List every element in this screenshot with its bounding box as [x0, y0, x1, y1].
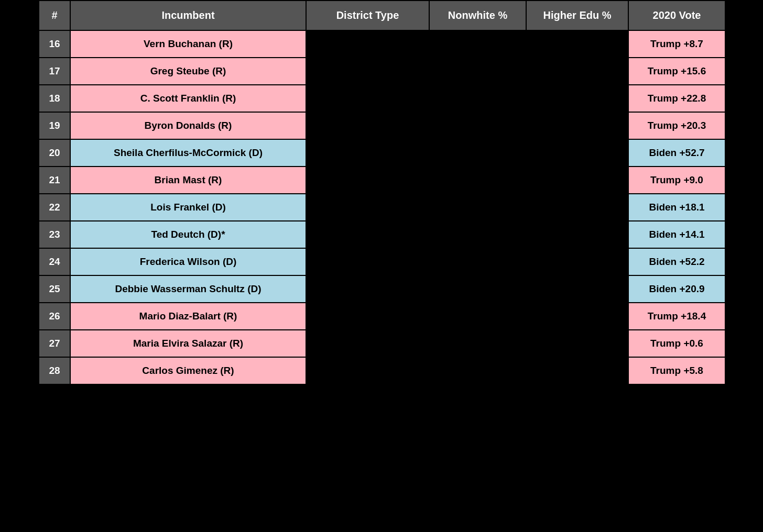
table-row: 26 Mario Diaz-Balart (R) Trump +18.4	[39, 303, 725, 330]
row-num: 27	[39, 330, 70, 357]
row-district-type	[306, 330, 429, 357]
row-num: 22	[39, 194, 70, 221]
row-nonwhite	[429, 30, 526, 58]
row-nonwhite	[429, 275, 526, 303]
row-nonwhite	[429, 357, 526, 384]
row-higher-edu	[526, 248, 628, 275]
row-higher-edu	[526, 85, 628, 112]
row-incumbent: Byron Donalds (R)	[70, 112, 306, 139]
row-vote: Trump +22.8	[628, 85, 725, 112]
row-nonwhite	[429, 58, 526, 85]
row-vote: Trump +20.3	[628, 112, 725, 139]
row-district-type	[306, 30, 429, 58]
header-row: # Incumbent District Type Nonwhite % Hig…	[39, 1, 725, 30]
table-row: 20 Sheila Cherfilus-McCormick (D) Biden …	[39, 139, 725, 167]
row-incumbent: Frederica Wilson (D)	[70, 248, 306, 275]
row-num: 20	[39, 139, 70, 167]
table-wrapper: # Incumbent District Type Nonwhite % Hig…	[38, 0, 725, 385]
row-incumbent: Brian Mast (R)	[70, 167, 306, 194]
row-district-type	[306, 112, 429, 139]
row-district-type	[306, 303, 429, 330]
row-higher-edu	[526, 275, 628, 303]
row-higher-edu	[526, 194, 628, 221]
header-vote: 2020 Vote	[628, 1, 725, 30]
row-district-type	[306, 139, 429, 167]
row-incumbent: Sheila Cherfilus-McCormick (D)	[70, 139, 306, 167]
row-num: 16	[39, 30, 70, 58]
row-higher-edu	[526, 330, 628, 357]
row-vote: Trump +0.6	[628, 330, 725, 357]
row-vote: Trump +5.8	[628, 357, 725, 384]
table-row: 17 Greg Steube (R) Trump +15.6	[39, 58, 725, 85]
row-incumbent: Debbie Wasserman Schultz (D)	[70, 275, 306, 303]
row-nonwhite	[429, 85, 526, 112]
row-nonwhite	[429, 112, 526, 139]
row-vote: Biden +14.1	[628, 221, 725, 248]
row-incumbent: Lois Frankel (D)	[70, 194, 306, 221]
row-vote: Biden +18.1	[628, 194, 725, 221]
row-higher-edu	[526, 303, 628, 330]
row-vote: Trump +15.6	[628, 58, 725, 85]
row-incumbent: Carlos Gimenez (R)	[70, 357, 306, 384]
row-num: 17	[39, 58, 70, 85]
header-district-type: District Type	[306, 1, 429, 30]
table-row: 23 Ted Deutch (D)* Biden +14.1	[39, 221, 725, 248]
row-nonwhite	[429, 248, 526, 275]
header-higher-edu: Higher Edu %	[526, 1, 628, 30]
row-nonwhite	[429, 221, 526, 248]
header-incumbent: Incumbent	[70, 1, 306, 30]
row-vote: Biden +20.9	[628, 275, 725, 303]
row-higher-edu	[526, 112, 628, 139]
row-nonwhite	[429, 194, 526, 221]
row-num: 21	[39, 167, 70, 194]
row-higher-edu	[526, 221, 628, 248]
row-vote: Trump +9.0	[628, 167, 725, 194]
row-vote: Biden +52.7	[628, 139, 725, 167]
table-row: 24 Frederica Wilson (D) Biden +52.2	[39, 248, 725, 275]
row-nonwhite	[429, 303, 526, 330]
row-district-type	[306, 357, 429, 384]
row-num: 28	[39, 357, 70, 384]
row-district-type	[306, 221, 429, 248]
row-incumbent: Mario Diaz-Balart (R)	[70, 303, 306, 330]
table-row: 16 Vern Buchanan (R) Trump +8.7	[39, 30, 725, 58]
table-row: 18 C. Scott Franklin (R) Trump +22.8	[39, 85, 725, 112]
row-vote: Biden +52.2	[628, 248, 725, 275]
main-table: # Incumbent District Type Nonwhite % Hig…	[38, 0, 726, 385]
row-incumbent: Ted Deutch (D)*	[70, 221, 306, 248]
row-incumbent: Vern Buchanan (R)	[70, 30, 306, 58]
row-district-type	[306, 248, 429, 275]
row-district-type	[306, 58, 429, 85]
row-higher-edu	[526, 139, 628, 167]
row-nonwhite	[429, 167, 526, 194]
row-vote: Trump +8.7	[628, 30, 725, 58]
row-district-type	[306, 275, 429, 303]
row-num: 24	[39, 248, 70, 275]
table-row: 28 Carlos Gimenez (R) Trump +5.8	[39, 357, 725, 384]
row-district-type	[306, 85, 429, 112]
row-higher-edu	[526, 167, 628, 194]
row-num: 26	[39, 303, 70, 330]
row-higher-edu	[526, 58, 628, 85]
row-num: 19	[39, 112, 70, 139]
row-nonwhite	[429, 330, 526, 357]
row-incumbent: Maria Elvira Salazar (R)	[70, 330, 306, 357]
row-district-type	[306, 167, 429, 194]
header-nonwhite: Nonwhite %	[429, 1, 526, 30]
header-num: #	[39, 1, 70, 30]
row-num: 18	[39, 85, 70, 112]
table-row: 25 Debbie Wasserman Schultz (D) Biden +2…	[39, 275, 725, 303]
row-higher-edu	[526, 30, 628, 58]
row-higher-edu	[526, 357, 628, 384]
row-num: 23	[39, 221, 70, 248]
row-nonwhite	[429, 139, 526, 167]
row-vote: Trump +18.4	[628, 303, 725, 330]
row-incumbent: Greg Steube (R)	[70, 58, 306, 85]
row-district-type	[306, 194, 429, 221]
table-row: 27 Maria Elvira Salazar (R) Trump +0.6	[39, 330, 725, 357]
table-row: 21 Brian Mast (R) Trump +9.0	[39, 167, 725, 194]
table-row: 19 Byron Donalds (R) Trump +20.3	[39, 112, 725, 139]
table-row: 22 Lois Frankel (D) Biden +18.1	[39, 194, 725, 221]
row-incumbent: C. Scott Franklin (R)	[70, 85, 306, 112]
row-num: 25	[39, 275, 70, 303]
